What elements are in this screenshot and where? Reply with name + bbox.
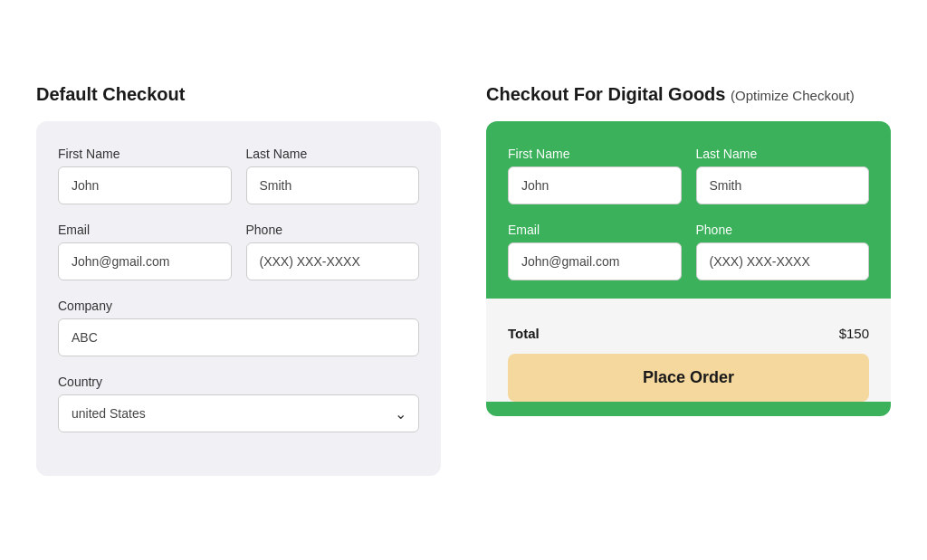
total-label: Total <box>508 326 540 341</box>
first-name-label: First Name <box>58 147 232 161</box>
default-checkout-section: Default Checkout First Name Last Name Em… <box>36 84 441 476</box>
digital-first-name-input[interactable] <box>508 166 682 204</box>
default-checkout-form: First Name Last Name Email Phone <box>36 121 441 476</box>
digital-phone-input[interactable] <box>696 242 870 280</box>
digital-first-name-label: First Name <box>508 147 682 161</box>
digital-last-name-group: Last Name <box>696 147 870 204</box>
default-checkout-title: Default Checkout <box>36 84 441 105</box>
email-input[interactable] <box>58 242 232 280</box>
country-select[interactable]: united States United Kingdom Canada <box>58 394 419 432</box>
digital-email-input[interactable] <box>508 242 682 280</box>
company-group: Company <box>58 299 419 356</box>
digital-checkout-subtitle: (Optimize Checkout) <box>731 88 855 103</box>
contact-row: Email Phone <box>58 223 419 280</box>
default-checkout-title-text: Default Checkout <box>36 84 185 104</box>
phone-group: Phone <box>246 223 420 280</box>
digital-email-group: Email <box>508 223 682 280</box>
phone-label: Phone <box>246 223 420 237</box>
digital-checkout-form: First Name Last Name Email Phone <box>486 121 891 416</box>
digital-phone-group: Phone <box>696 223 870 280</box>
first-name-input[interactable] <box>58 166 232 204</box>
digital-name-row: First Name Last Name <box>508 147 869 204</box>
country-row: Country united States United Kingdom Can… <box>58 375 419 432</box>
last-name-input[interactable] <box>246 166 420 204</box>
digital-phone-label: Phone <box>696 223 870 237</box>
first-name-group: First Name <box>58 147 232 204</box>
digital-last-name-input[interactable] <box>696 166 870 204</box>
company-row: Company <box>58 299 419 356</box>
total-row: Total $150 <box>508 313 869 354</box>
digital-first-name-group: First Name <box>508 147 682 204</box>
last-name-group: Last Name <box>246 147 420 204</box>
country-label: Country <box>58 375 419 389</box>
phone-input[interactable] <box>246 242 420 280</box>
main-container: Default Checkout First Name Last Name Em… <box>36 84 891 476</box>
country-wrapper: united States United Kingdom Canada ⌄ <box>58 394 419 432</box>
total-amount: $150 <box>839 326 869 341</box>
last-name-label: Last Name <box>246 147 420 161</box>
country-group: Country united States United Kingdom Can… <box>58 375 419 432</box>
digital-checkout-title-text: Checkout For Digital Goods <box>486 84 725 104</box>
digital-bottom: Total $150 Place Order <box>486 299 891 402</box>
place-order-button[interactable]: Place Order <box>508 354 869 402</box>
company-input[interactable] <box>58 318 419 356</box>
digital-checkout-section: Checkout For Digital Goods (Optimize Che… <box>486 84 891 416</box>
email-group: Email <box>58 223 232 280</box>
digital-contact-row: Email Phone <box>508 223 869 280</box>
digital-checkout-title: Checkout For Digital Goods (Optimize Che… <box>486 84 891 105</box>
name-row: First Name Last Name <box>58 147 419 204</box>
email-label: Email <box>58 223 232 237</box>
digital-last-name-label: Last Name <box>696 147 870 161</box>
company-label: Company <box>58 299 419 313</box>
digital-email-label: Email <box>508 223 682 237</box>
